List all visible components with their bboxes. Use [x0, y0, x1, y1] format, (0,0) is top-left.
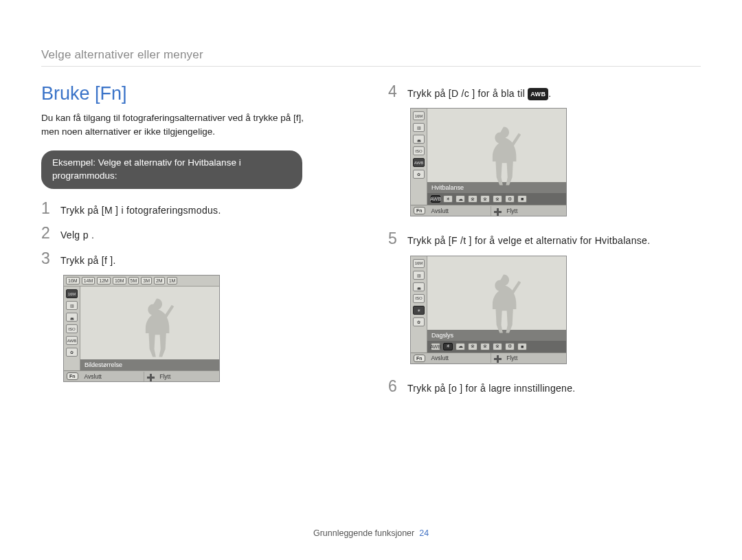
- fn-icon: Fn: [414, 355, 425, 362]
- lcd1-chip-4: 5M: [128, 277, 139, 284]
- step-3-number: 3: [41, 250, 54, 267]
- wb-fluor2-icon: ※: [480, 343, 490, 350]
- filter-icon: ✿: [66, 348, 78, 357]
- wb-daylight-side-icon: ☀: [413, 306, 425, 315]
- dpad-icon: [494, 355, 502, 363]
- quality-icon: ▥: [413, 123, 425, 132]
- lcd3-move-text: Flytt: [506, 355, 517, 361]
- step-6-text: Trykk på [o ] for å lagre innstillingene…: [407, 378, 575, 396]
- page: Velge alternativer eller menyer Bruke [F…: [0, 0, 742, 560]
- size-icon: 16M: [66, 289, 78, 298]
- wb-tungsten-icon: ※: [493, 195, 502, 203]
- quality-icon: ▥: [66, 301, 78, 310]
- lcd3-footer: Fn Avslutt Flytt: [411, 352, 566, 363]
- lcd2-options-row: AWB ☀ ☁ ※ ※ ※ ⚙ ■: [427, 193, 566, 205]
- dpad-icon: [494, 208, 502, 216]
- lcd1-chip-7: 1M: [167, 277, 178, 284]
- quality-icon: ▥: [413, 271, 425, 280]
- lcd1-top-row: 16M 14M 12M 10M 5M 3M 2M 1M: [64, 276, 219, 287]
- iso-icon: ISO: [66, 324, 78, 333]
- person-silhouette-icon: [129, 296, 184, 361]
- lcd2-main: Hvitbalanse AWB ☀ ☁ ※ ※ ※ ⚙ ■: [427, 109, 566, 205]
- iso-icon: ISO: [413, 146, 425, 155]
- wb-custom-icon: ⚙: [505, 343, 515, 350]
- wb-daylight-icon: ☀: [443, 343, 453, 350]
- wb-cloudy-icon: ☁: [456, 343, 465, 350]
- lcd1-body: 16M ▥ ◛ ISO AWB ✿ Bildestørrelse: [64, 287, 219, 370]
- step-3: 3 Trykk på [f ].: [41, 250, 354, 268]
- iso-icon: ISO: [413, 294, 425, 303]
- lcd1-chip-3: 10M: [113, 277, 126, 284]
- wb-custom-icon: ⚙: [505, 195, 515, 203]
- lcd1-option-label: Bildestørrelse: [80, 359, 219, 370]
- page-footer: Grunnleggende funksjoner 24: [0, 528, 742, 538]
- lcd2-move-text: Flytt: [506, 208, 517, 214]
- lcd1-chip-0: 16M: [66, 277, 80, 284]
- lcd1-chip-5: 3M: [141, 277, 152, 284]
- intro-line-2: men noen alternativer er ikke tilgjengel…: [41, 126, 215, 137]
- step-1-number: 1: [41, 200, 54, 217]
- ev-icon: ◛: [413, 135, 425, 144]
- lcd1-move-text: Flytt: [159, 373, 170, 380]
- step-5-number: 5: [388, 230, 401, 247]
- lcd3-body: 16M ▥ ◛ ISO ☀ ✿ Dagslys AWB: [411, 256, 566, 352]
- step-4: 4 Trykk på [D /c ] for å bla til AWB.: [388, 83, 701, 101]
- wb-cloudy-icon: ☁: [456, 195, 465, 203]
- step-6: 6 Trykk på [o ] for å lagre innstillinge…: [388, 378, 701, 396]
- lcd1-chip-6: 2M: [154, 277, 165, 284]
- step-6-number: 6: [388, 378, 401, 395]
- filter-icon: ✿: [413, 317, 425, 326]
- lcd3-sidebar: 16M ▥ ◛ ISO ☀ ✿: [411, 256, 427, 352]
- step-4-tail: .: [548, 88, 551, 99]
- person-silhouette-icon: [476, 272, 531, 337]
- camera-screen-3: 16M ▥ ◛ ISO ☀ ✿ Dagslys AWB: [410, 256, 567, 364]
- wb-kelvin-icon: ■: [517, 195, 527, 203]
- lcd2-footer: Fn Avslutt Flytt: [411, 205, 566, 216]
- wb-fluor1-icon: ※: [468, 343, 477, 350]
- step-4-text: Trykk på [D /c ] for å bla til AWB.: [407, 83, 551, 101]
- lcd3-move-label: Flytt: [491, 353, 566, 363]
- dpad-icon: [147, 374, 155, 381]
- lcd2-body: 16M ▥ ◛ ISO AWB ✿ Hvitbalanse AWB: [411, 109, 566, 205]
- ev-icon: ◛: [413, 282, 425, 291]
- footer-page-number: 24: [419, 528, 429, 538]
- step-4-main: Trykk på [D /c ] for å bla til: [407, 88, 528, 99]
- intro-line-1: Du kan få tilgang til fotograferingsalte…: [41, 113, 304, 123]
- step-2: 2 Velg p .: [41, 225, 354, 243]
- lcd2-sidebar: 16M ▥ ◛ ISO AWB ✿: [411, 109, 427, 205]
- fn-icon: Fn: [67, 372, 78, 380]
- lcd1-exit-label: Avslutt: [81, 372, 144, 381]
- fn-icon: Fn: [414, 207, 425, 214]
- lcd2-move-label: Flytt: [491, 206, 566, 216]
- lcd1-chip-1: 14M: [82, 277, 95, 284]
- section-title: Bruke [Fn]: [41, 83, 354, 104]
- wb-kelvin-icon: ■: [517, 343, 527, 350]
- lcd1-chip-2: 12M: [97, 277, 111, 284]
- size-icon: 16M: [413, 259, 425, 268]
- lcd2-exit-label: Avslutt: [428, 206, 491, 216]
- step-5-text: Trykk på [F /t ] for å velge et alternat…: [407, 230, 650, 248]
- content-columns: Bruke [Fn] Du kan få tilgang til fotogra…: [41, 83, 701, 403]
- step-5: 5 Trykk på [F /t ] for å velge et altern…: [388, 230, 701, 248]
- camera-screen-1: 16M 14M 12M 10M 5M 3M 2M 1M 16M ▥ ◛ ISO …: [63, 275, 220, 382]
- awb-icon-side: AWB: [66, 336, 78, 345]
- lcd3-exit-label: Avslutt: [428, 353, 491, 363]
- right-column: 4 Trykk på [D /c ] for å bla til AWB. 16…: [388, 83, 701, 403]
- lcd1-footer: Fn Avslutt Flytt: [64, 370, 219, 381]
- wb-auto-icon: AWB: [431, 195, 440, 203]
- intro-text: Du kan få tilgang til fotograferingsalte…: [41, 111, 354, 138]
- ev-icon: ◛: [66, 313, 78, 322]
- wb-fluor1-icon: ※: [468, 195, 477, 203]
- lcd1-sidebar: 16M ▥ ◛ ISO AWB ✿: [64, 287, 80, 370]
- size-icon: 16M: [413, 111, 425, 120]
- step-3-text: Trykk på [f ].: [60, 250, 116, 268]
- step-4-number: 4: [388, 83, 401, 100]
- wb-tungsten-icon: ※: [493, 343, 502, 350]
- step-1-text: Trykk på [M ] i fotograferingsmodus.: [60, 200, 221, 218]
- footer-section: Grunnleggende funksjoner: [313, 528, 414, 538]
- wb-daylight-icon: ☀: [443, 195, 453, 203]
- lcd1-main: Bildestørrelse: [80, 287, 219, 370]
- lcd1-move-label: Flytt: [144, 372, 219, 381]
- wb-fluor2-icon: ※: [480, 195, 490, 203]
- example-callout: Eksempel: Velge et alternativ for Hvitba…: [41, 150, 302, 189]
